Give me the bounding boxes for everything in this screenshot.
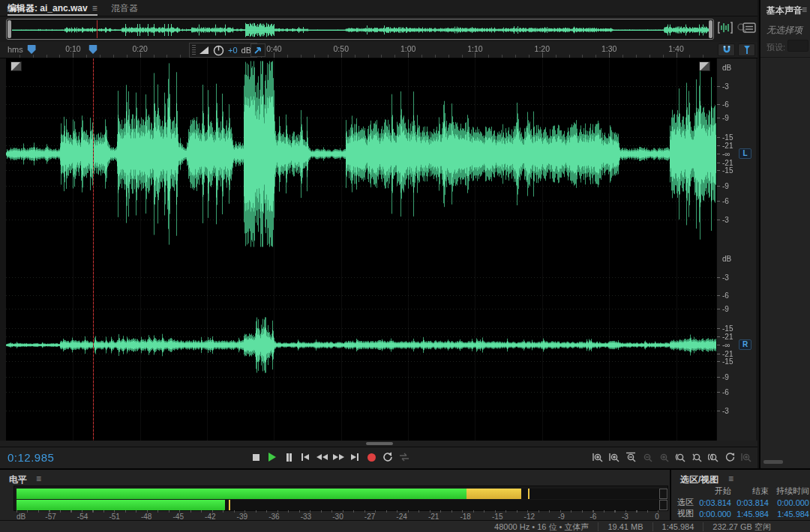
reset-zoom-button[interactable] (723, 450, 737, 465)
record-button[interactable] (364, 450, 378, 465)
ruler-minor-tick (556, 55, 556, 58)
skip-selection-button[interactable] (398, 450, 411, 465)
pause-button[interactable] (282, 450, 296, 465)
play-button[interactable] (266, 450, 279, 465)
overview-navigator (0, 16, 758, 42)
preset-dropdown[interactable] (788, 40, 808, 52)
zoom-in-at-out-point-button[interactable] (690, 450, 704, 465)
zoom-to-selection-lr-button[interactable] (706, 450, 721, 465)
zoom-out-full-button[interactable] (624, 450, 638, 465)
ruler-minor-tick (515, 55, 516, 58)
loop-playback-button[interactable] (381, 450, 394, 465)
amplitude-scale-column[interactable]: dB-3-6-9-15-21-∞-21-15-9-6-3LdB-3-6-9-15… (716, 58, 756, 441)
db-scale-unit: dB (722, 254, 731, 262)
zoom-history-button[interactable] (740, 450, 754, 465)
ruler-minor-tick (448, 55, 449, 58)
skip-to-start-button[interactable] (298, 450, 312, 465)
hud-grip-handle[interactable] (192, 45, 196, 55)
editor-tab-label: 编辑器: ai_anc.wav (8, 2, 88, 15)
horizontal-scrollbar[interactable] (0, 441, 758, 447)
db-scale-label: -6 (722, 291, 729, 300)
view-end-value[interactable]: 1:45.984 (731, 510, 769, 519)
canvas-corner-zoom-icon-left[interactable] (10, 61, 22, 71)
essential-sound-menu-icon[interactable]: ≡ (802, 4, 807, 15)
selection-marker-handle[interactable] (27, 45, 37, 54)
zoom-amplitude-icon (658, 452, 670, 463)
db-scale-tick (717, 201, 720, 202)
clip-indicator[interactable] (659, 489, 668, 499)
db-scale-tick (717, 118, 720, 118)
fast-forward-button[interactable] (332, 450, 345, 465)
navigator-menu-icon[interactable] (741, 21, 758, 34)
ruler-minor-tick (394, 55, 395, 58)
db-scale-label: -3 (722, 215, 729, 223)
add-marker-button[interactable] (738, 43, 755, 56)
playhead-line[interactable] (93, 58, 94, 441)
clip-indicator[interactable] (659, 500, 668, 510)
navigator-playhead (97, 20, 98, 38)
zoom-out-time-button[interactable] (608, 450, 622, 465)
navigator-range-frame[interactable] (6, 19, 714, 40)
view-duration-value[interactable]: 1:45.984 (769, 510, 809, 519)
ruler-minor-tick (287, 55, 288, 58)
zoom-out-full-icon (626, 452, 637, 463)
playhead-time-display[interactable]: 0:12.985 (8, 451, 54, 464)
zoom-in-at-in-point-button[interactable] (674, 450, 688, 465)
waveform-display[interactable] (6, 58, 716, 441)
snap-toggle-button[interactable] (718, 43, 735, 56)
navigator-right-handle[interactable] (709, 20, 712, 38)
ruler-tick-label: 1:20 (535, 44, 550, 53)
channel-badge-r[interactable]: R (739, 339, 752, 350)
panel-menu-icon[interactable]: ≡ (92, 3, 98, 13)
channel-badge-l[interactable]: L (739, 148, 752, 159)
selection-end-value[interactable]: 0:03.814 (731, 498, 769, 507)
levels-panel-menu-icon[interactable]: ≡ (36, 474, 41, 484)
view-start-value[interactable]: 0:00.000 (694, 510, 731, 519)
level-meter-right (16, 500, 662, 510)
playhead-marker-handle[interactable] (88, 45, 98, 54)
db-scale-tick (717, 328, 720, 329)
hud-pin-button[interactable] (250, 43, 266, 57)
zoom-out-full-waveform-icon[interactable] (717, 21, 734, 34)
zoom-amplitude-button[interactable] (657, 450, 671, 465)
stop-button[interactable] (249, 450, 262, 465)
rewind-button[interactable] (315, 450, 328, 465)
ruler-major-tick (73, 52, 74, 58)
audition-window: 编辑器: ai_anc.wav ≡ 混音器 hms 0:100:200:300:… (0, 0, 810, 532)
ruler-minor-tick (328, 55, 328, 58)
ruler-tick-label: 1:10 (467, 44, 482, 53)
selection-start-value[interactable]: 0:03.814 (694, 498, 731, 507)
timeline-ruler[interactable]: hms 0:100:200:300:400:501:001:101:201:30… (0, 42, 758, 58)
ruler-minor-tick (663, 55, 664, 58)
transport-buttons (249, 450, 411, 465)
zoom-in-time-button[interactable] (591, 450, 605, 465)
horizontal-scrollbar-thumb[interactable] (366, 442, 393, 445)
selection-view-table: 开始 结束 持续时间 选区 0:03.814 0:03.814 0:00.000… (673, 486, 809, 519)
db-scale-label: -∞ (722, 149, 730, 157)
db-scale-label: -9 (722, 304, 729, 312)
stop-icon (253, 454, 260, 461)
zoom-in-time-icon (592, 452, 604, 463)
tab-mixer[interactable]: 混音器 (111, 0, 138, 16)
ruler-minor-tick (569, 55, 570, 58)
tab-editor[interactable]: 编辑器: ai_anc.wav ≡ (8, 0, 98, 16)
essential-sound-scrollbar[interactable] (764, 460, 783, 464)
gain-hud[interactable]: +0 dB (189, 43, 257, 58)
canvas-corner-zoom-icon-right[interactable] (699, 61, 710, 71)
selection-view-title: 选区/视图 (680, 474, 718, 486)
skip-to-end-button[interactable] (348, 450, 362, 465)
meter-green-segment (16, 489, 466, 499)
selection-view-menu-icon[interactable]: ≡ (728, 474, 734, 484)
zoom-toolbar (591, 450, 754, 465)
meter-green-segment (16, 500, 225, 510)
marker-flag-icon (742, 45, 752, 55)
zoom-to-selection-button[interactable] (640, 450, 655, 465)
db-scale-tick (717, 392, 720, 393)
navigator-left-handle[interactable] (8, 20, 11, 38)
waveform-editor-canvas[interactable]: dB-3-6-9-15-21-∞-21-15-9-6-3LdB-3-6-9-15… (0, 58, 758, 441)
gain-knob-icon[interactable] (213, 45, 224, 56)
selection-duration-value[interactable]: 0:00.000 (769, 498, 809, 507)
gain-value[interactable]: +0 (228, 46, 238, 55)
ruler-tick-label: 0:10 (65, 44, 80, 53)
ruler-minor-tick (33, 55, 34, 58)
